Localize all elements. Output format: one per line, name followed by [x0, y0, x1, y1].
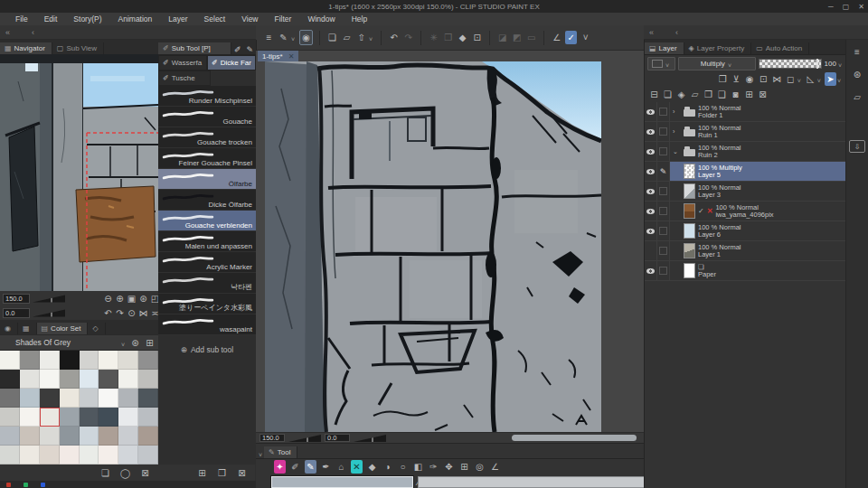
color-swatch[interactable] — [40, 408, 60, 427]
move-tool-icon[interactable]: ✥ — [443, 460, 455, 474]
color-swatch[interactable] — [20, 351, 40, 370]
horizontal-scrollbar[interactable] — [512, 435, 637, 441]
thumbnail-size-icon[interactable]: ❐ — [717, 72, 729, 86]
layer-visibility-toggle[interactable] — [645, 241, 657, 260]
canvas-artwork[interactable] — [265, 61, 601, 432]
airbrush-tool-icon[interactable]: ⌂ — [335, 460, 347, 474]
menu-help[interactable]: Help — [344, 14, 375, 23]
tab-approx-color[interactable]: ◇ — [88, 323, 105, 334]
color-swatch[interactable] — [0, 351, 20, 370]
color-swatch[interactable] — [99, 446, 118, 465]
duplicate-subtool-icon[interactable]: ❐ — [216, 466, 228, 480]
selection-invert-icon[interactable]: ◩ — [511, 31, 523, 44]
snap-enabled-icon[interactable]: ✓ — [565, 31, 577, 44]
clip-below-icon[interactable]: ◉ — [744, 72, 756, 86]
layer-palette-icon[interactable]: ≡ — [852, 45, 863, 59]
group-tab-dicke-far[interactable]: ✐ Dicke Far — [207, 55, 256, 70]
rotation-value[interactable]: 0.0 — [3, 308, 30, 318]
color-swatch[interactable] — [0, 446, 20, 465]
eraser-tool-icon[interactable]: ◆ — [366, 460, 378, 474]
canvas-zoom-slider[interactable] — [288, 434, 321, 442]
color-swatch[interactable] — [138, 408, 158, 427]
color-swatch[interactable] — [20, 446, 40, 465]
fill-icon[interactable]: ◆ — [457, 31, 468, 44]
snap-ruler-icon[interactable]: ∠ — [551, 31, 562, 44]
color-swatch[interactable] — [118, 351, 138, 370]
color-swatch[interactable] — [138, 389, 158, 408]
palette-options-icon[interactable]: ⊟ — [648, 88, 660, 101]
layer-visibility-toggle[interactable] — [645, 122, 657, 141]
custom-brush-tool-icon[interactable]: ✦ — [274, 460, 286, 474]
mask-menu-icon-dropdown[interactable]: ˅ — [817, 78, 821, 84]
document-tab[interactable]: 1-tips* ✕ — [258, 51, 298, 61]
selection-border-icon[interactable]: ▭ — [525, 31, 537, 44]
expand-folder-icon[interactable]: › — [673, 128, 681, 135]
sub-tool-item[interactable]: Runder Mischpinsel — [158, 86, 256, 107]
layer-content[interactable]: 100 % NormalLayer 1 — [670, 241, 846, 260]
navigator-preview[interactable] — [0, 54, 158, 291]
layer-row[interactable]: ⌄100 % NormalRuin 2 — [645, 142, 846, 162]
open-file-icon[interactable]: ▱ — [341, 31, 353, 44]
layer-visibility-toggle[interactable] — [645, 261, 657, 280]
close-document-icon[interactable]: ✕ — [288, 52, 295, 61]
toolbar-more-icon[interactable]: ˅ — [580, 31, 591, 44]
color-set-name[interactable]: Shades Of Grey — [3, 338, 119, 347]
menu-storyp[interactable]: Story(P) — [65, 14, 109, 23]
layer-property-palette-icon[interactable]: ⊛ — [852, 68, 863, 81]
canvas-rotation-slider[interactable] — [354, 434, 386, 442]
color-swatch[interactable] — [99, 389, 118, 408]
tab-sub-tool[interactable]: ✐ Sub Tool [P] — [158, 42, 231, 54]
color-set-dropdown-icon[interactable]: ˅ — [121, 342, 125, 348]
menu-view[interactable]: View — [233, 14, 266, 23]
green-app-icon[interactable] — [24, 483, 28, 487]
color-swatch[interactable] — [0, 408, 20, 427]
color-swatch[interactable] — [138, 351, 158, 370]
pen-tab-icon[interactable]: ✐ — [231, 45, 244, 54]
blue-app-icon[interactable] — [41, 483, 45, 487]
collapse-folder-icon[interactable]: ⌄ — [673, 148, 681, 155]
red-app-icon[interactable] — [6, 483, 11, 487]
tab-sub-view[interactable]: ▢ Sub View — [52, 42, 104, 54]
blend-mode-dropdown[interactable]: Multiply˅ — [678, 57, 755, 70]
tab-auto-action[interactable]: ▭ Auto Action — [751, 42, 809, 54]
color-swatch[interactable] — [138, 427, 158, 446]
mask-menu-icon[interactable]: ◺ — [805, 72, 816, 86]
foreground-color-chip[interactable] — [271, 476, 413, 488]
close-button[interactable]: ✕ — [858, 3, 864, 11]
maximize-button[interactable]: ▢ — [843, 3, 850, 11]
collapse-right-dock-icon[interactable]: « — [649, 28, 654, 37]
layer-visibility-toggle[interactable] — [645, 142, 657, 161]
tab-navigator[interactable]: ▦ Navigator — [0, 42, 52, 54]
reset-rotation-icon[interactable]: ⊙ — [126, 306, 137, 320]
layer-mask-icon[interactable]: ⊞ — [743, 88, 755, 101]
layer-content[interactable]: ›100 % NormalFolder 1 — [670, 102, 846, 121]
zoom-out-icon[interactable]: ⊖ — [102, 292, 114, 305]
tool-property-icon[interactable]: ✎ — [278, 31, 289, 44]
color-swatch[interactable] — [40, 351, 60, 370]
tab-color-slider[interactable]: ▦ — [18, 323, 37, 334]
layer-row[interactable]: 100 % NormalLayer 3 — [645, 182, 846, 202]
transfer-down-icon[interactable]: ⊻ — [731, 72, 742, 86]
zoom-slider[interactable] — [33, 295, 65, 303]
layer-content[interactable]: ❏Paper — [670, 261, 846, 280]
import-color-set-icon[interactable]: ⊞ — [144, 336, 156, 350]
fit-screen-icon[interactable]: ▣ — [126, 292, 137, 305]
new-document-icon[interactable]: ❏ — [326, 31, 338, 44]
blend-tool-icon[interactable]: ◑ — [382, 460, 393, 474]
sub-tool-item[interactable]: Dicke Ölfarbe — [158, 190, 256, 211]
brush-tool-icon[interactable]: ✎ — [305, 460, 316, 474]
color-swatch[interactable] — [118, 370, 138, 389]
menu-select[interactable]: Select — [196, 14, 234, 23]
color-swatch[interactable] — [60, 370, 80, 389]
delete-subtool-icon[interactable]: ⊠ — [236, 466, 248, 480]
group-tab-wasserfa[interactable]: ✐ Wasserfa — [158, 55, 207, 70]
color-swatch[interactable] — [40, 427, 60, 446]
sub-tool-item[interactable]: Gouache verblenden — [158, 211, 256, 231]
lock-layer-icon[interactable]: ⊡ — [758, 72, 769, 86]
tab-layer[interactable]: ⬓ Layer — [645, 42, 684, 54]
layer-content[interactable]: ✓✕100 % Normaliwa_yama_4096pix — [670, 202, 846, 221]
delete-layer-icon[interactable]: ⊠ — [757, 88, 769, 101]
color-swatch[interactable] — [80, 351, 99, 370]
layer-row[interactable]: ✎100 % MultiplyLayer 5 — [645, 162, 846, 182]
color-swatch[interactable] — [80, 408, 99, 427]
